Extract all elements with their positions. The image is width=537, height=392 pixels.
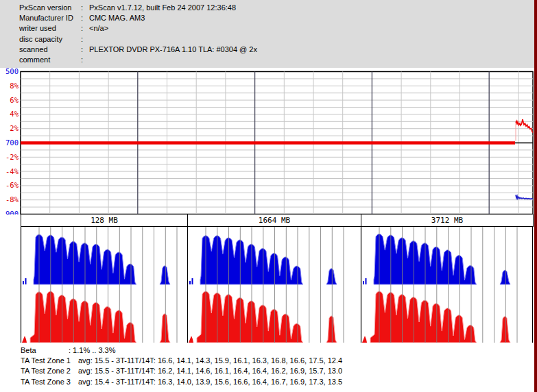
result-value: avg: 15.4 - 3T-11T/14T: 16.3, 14.0, 13.9… [78,377,342,387]
info-label: Manufacturer ID [19,13,81,23]
result-value: avg: 15.5 - 3T-11T/14T: 16.2, 14.1, 14.6… [78,366,342,376]
info-value: <n/a> [89,23,108,34]
svg-text:6%: 6% [10,96,19,104]
info-label: PxScan version [19,3,81,13]
result-label: TA Test Zone 2 [21,366,78,376]
info-row-manufacturer: Manufacturer ID:CMC MAG. AM3 [19,13,257,23]
result-value: avg: 15.5 - 3T-11T/14T: 16.6, 14.1, 14.3… [78,356,342,366]
info-row-version: PxScan version:PxScan v1.7.12, built Feb… [19,3,257,13]
svg-text:900: 900 [5,210,19,215]
info-label: comment [19,55,81,65]
scan-results-footer: Beta: 1.1% .. 3.3% TA Test Zone 1avg: 15… [21,345,342,387]
info-separator: : [81,23,89,34]
info-row-comment: comment: [19,55,257,65]
result-label: TA Test Zone 3 [21,377,78,387]
info-separator: : [81,3,89,13]
info-separator: : [81,45,89,55]
info-separator: : [81,34,89,45]
svg-text:2%: 2% [10,124,19,132]
ta-zone2-result-row: TA Test Zone 2avg: 15.5 - 3T-11T/14T: 16… [21,366,342,376]
ta-zone3-result-row: TA Test Zone 3avg: 15.4 - 3T-11T/14T: 16… [21,377,342,387]
info-value: CMC MAG. AM3 [89,13,145,23]
ta-histogram-panels [0,227,537,343]
svg-text:500: 500 [5,67,19,75]
ta-panel-header-3712mb: 3712 MB [361,214,534,227]
ta-panel-header-128mb: 128 MB [21,214,188,227]
svg-text:4%: 4% [10,110,19,118]
result-label: Beta [21,345,69,356]
svg-text:-4%: -4% [5,167,19,175]
pxscan-report-window: PxScan version:PxScan v1.7.12, built Feb… [0,0,537,392]
info-value: PxScan v1.7.12, built Feb 24 2007 12:36:… [89,3,236,13]
ta-panel-header-1664mb: 1664 MB [187,214,361,227]
result-value: : 1.1% .. 3.3% [69,345,115,356]
info-row-writer: writer used:<n/a> [19,23,257,34]
info-separator: : [81,13,89,23]
result-label: TA Test Zone 1 [21,356,78,366]
svg-text:-8%: -8% [5,195,19,204]
svg-text:-2%: -2% [5,153,19,161]
window-right-border [534,0,537,392]
beta-jitter-chart: 5008%6%4%2%700-2%-4%-6%-8%900 [0,66,537,215]
svg-text:700: 700 [5,138,19,147]
ta-zone1-result-row: TA Test Zone 1avg: 15.5 - 3T-11T/14T: 16… [21,356,342,366]
beta-result-row: Beta: 1.1% .. 3.3% [21,345,342,356]
svg-text:-6%: -6% [5,181,19,189]
scan-info-header: PxScan version:PxScan v1.7.12, built Feb… [19,3,257,65]
info-row-scanned: scanned:PLEXTOR DVDR PX-716A 1.10 TLA: #… [19,45,257,55]
info-label: writer used [19,23,81,34]
info-label: disc capacity [19,34,81,45]
info-row-capacity: disc capacity: [19,34,257,45]
info-separator: : [81,55,89,65]
info-label: scanned [19,45,81,55]
info-value: PLEXTOR DVDR PX-716A 1.10 TLA: #0304 @ 2… [89,45,257,55]
svg-text:8%: 8% [10,82,19,90]
